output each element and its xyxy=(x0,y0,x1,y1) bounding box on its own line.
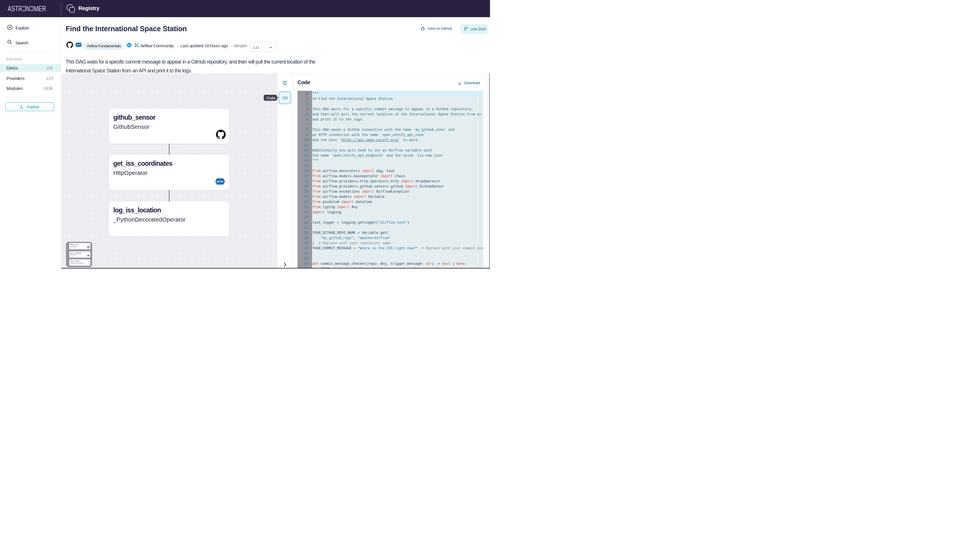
svg-text:HTTP: HTTP xyxy=(217,180,223,183)
svg-text:ASTRƆNƆMER: ASTRƆNƆMER xyxy=(8,5,46,13)
svg-text:HTTP: HTTP xyxy=(76,44,81,46)
